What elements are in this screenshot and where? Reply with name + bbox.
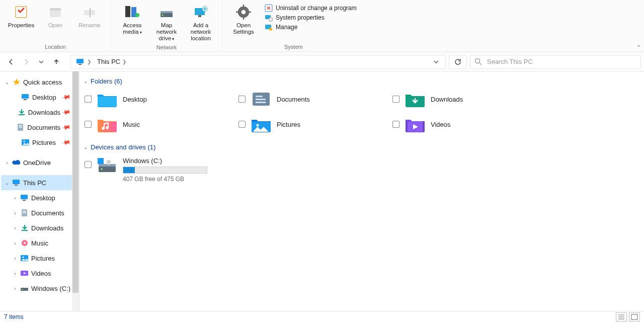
sidebar-item-pc-documents[interactable]: ›Documents <box>1 205 78 220</box>
folder-item-downloads[interactable]: Downloads <box>392 89 543 109</box>
svg-point-15 <box>242 10 246 15</box>
ribbon-group-location: Properties Open Rename Location <box>0 0 111 52</box>
refresh-button[interactable] <box>449 55 467 69</box>
folder-item-desktop[interactable]: Desktop <box>85 89 235 109</box>
recent-locations-button[interactable] <box>35 56 47 68</box>
breadcrumb-current[interactable]: This PC ❯ <box>95 58 128 65</box>
folders-group-label: Folders (6) <box>91 77 122 85</box>
svg-rect-38 <box>21 195 28 199</box>
details-view-button[interactable] <box>616 312 627 321</box>
sidebar-scrollbar[interactable] <box>72 71 79 311</box>
add-location-button[interactable]: Add a network location <box>185 2 217 44</box>
svg-point-65 <box>101 168 103 170</box>
folder-label: Videos <box>431 121 451 128</box>
folder-item-documents[interactable]: Documents <box>238 89 389 109</box>
drive-icon <box>97 157 118 174</box>
sidebar-item-label: OneDrive <box>23 159 51 167</box>
chevron-right-icon: ❯ <box>87 59 91 64</box>
forward-button[interactable] <box>20 56 32 68</box>
svg-point-59 <box>257 124 259 127</box>
map-drive-button[interactable]: Map network drive▾ <box>150 2 183 44</box>
desktop-icon <box>21 93 30 102</box>
access-media-label: Access media▾ <box>117 22 147 35</box>
properties-label: Properties <box>8 22 34 29</box>
svg-rect-12 <box>198 15 201 17</box>
sidebar-item-pc-desktop[interactable]: ›Desktop <box>1 190 78 205</box>
up-button[interactable] <box>50 56 62 68</box>
tiles-view-button[interactable] <box>629 312 640 321</box>
svg-rect-2 <box>50 8 61 11</box>
sidebar-item-pc-music[interactable]: ›Music <box>1 235 78 251</box>
sidebar-item-qa-documents[interactable]: Documents📌 <box>1 120 78 135</box>
drives-group-header[interactable]: ⌄ Devices and drives (1) <box>82 141 640 155</box>
open-button[interactable]: Open <box>39 2 71 44</box>
properties-button[interactable]: Properties <box>5 2 37 44</box>
drive-usage-bar <box>123 167 207 174</box>
sidebar-item-pc-cdrive[interactable]: ›Windows (C:) <box>1 281 78 296</box>
svg-point-27 <box>475 59 480 63</box>
folder-item-music[interactable]: Music <box>85 114 235 134</box>
sidebar-item-qa-downloads[interactable]: Downloads📌 <box>1 105 78 120</box>
checkbox[interactable] <box>392 96 399 103</box>
search-box[interactable] <box>470 55 641 69</box>
svg-rect-41 <box>23 211 26 212</box>
collapse-ribbon-button[interactable]: ⌃ <box>636 44 641 51</box>
sidebar-item-label: Downloads <box>31 224 63 232</box>
checkbox[interactable] <box>238 121 246 128</box>
sidebar-item-qa-pictures[interactable]: Pictures📌 <box>1 135 78 150</box>
downloads-folder-icon <box>405 91 426 108</box>
checkbox[interactable] <box>238 96 246 103</box>
expand-icon[interactable]: ⌄ <box>4 180 10 186</box>
folder-label: Downloads <box>431 96 463 103</box>
sidebar-item-pc-pictures[interactable]: ›Pictures <box>1 251 78 266</box>
rename-label: Rename <box>78 22 100 29</box>
expand-icon[interactable]: › <box>12 286 18 291</box>
this-pc-icon <box>76 58 85 66</box>
svg-point-24 <box>269 28 272 31</box>
expand-icon[interactable]: › <box>12 195 18 201</box>
sidebar-item-onedrive[interactable]: ›OneDrive <box>1 155 78 170</box>
folder-item-pictures[interactable]: Pictures <box>238 114 389 134</box>
checkbox[interactable] <box>85 96 92 103</box>
sidebar-item-pc-videos[interactable]: ›Videos <box>1 266 78 281</box>
expand-icon[interactable]: › <box>12 225 18 231</box>
manage-button[interactable]: Manage <box>265 23 357 31</box>
sidebar-item-this-pc[interactable]: ⌄This PC <box>1 175 78 190</box>
checkbox[interactable] <box>85 121 92 128</box>
svg-point-50 <box>22 289 23 290</box>
back-button[interactable] <box>5 56 17 68</box>
folder-label: Pictures <box>277 121 300 128</box>
rename-button[interactable]: Rename <box>73 2 106 44</box>
system-properties-button[interactable]: System properties <box>265 14 357 22</box>
sidebar-item-pc-downloads[interactable]: ›Downloads <box>1 220 78 235</box>
breadcrumb-root[interactable]: ❯ <box>74 58 93 66</box>
expand-icon[interactable]: › <box>4 160 10 166</box>
uninstall-program-button[interactable]: Uninstall or change a program <box>265 4 357 12</box>
svg-rect-43 <box>22 230 28 231</box>
access-media-button[interactable]: Access media▾ <box>116 2 148 44</box>
checkbox[interactable] <box>392 121 399 128</box>
folders-group-header[interactable]: ⌄ Folders (6) <box>82 75 640 89</box>
pin-icon: 📌 <box>61 122 71 132</box>
drive-item-c[interactable]: Windows (C:)407 GB free of 475 GB <box>82 155 640 183</box>
refresh-icon <box>454 58 462 66</box>
music-icon <box>20 238 29 248</box>
drive-free-text: 407 GB free of 475 GB <box>123 176 207 183</box>
expand-icon[interactable]: › <box>12 210 18 216</box>
videos-folder-icon <box>405 116 426 133</box>
sidebar-item-label: Desktop <box>32 94 56 101</box>
address-history-button[interactable] <box>430 59 442 65</box>
ribbon-group-location-label: Location <box>45 44 66 51</box>
folder-item-videos[interactable]: Videos <box>392 114 543 134</box>
sidebar-item-quick-access[interactable]: ⌄Quick access <box>1 74 78 90</box>
open-settings-button[interactable]: Open Settings <box>227 2 260 44</box>
address-bar[interactable]: ❯ This PC ❯ <box>70 55 446 69</box>
search-input[interactable] <box>486 57 636 66</box>
expand-icon[interactable]: › <box>12 256 18 261</box>
expand-icon[interactable]: ⌄ <box>4 79 10 85</box>
checkbox[interactable] <box>85 161 92 168</box>
video-icon <box>20 269 29 278</box>
sidebar-item-qa-desktop[interactable]: Desktop📌 <box>1 90 78 105</box>
expand-icon[interactable]: › <box>12 240 18 246</box>
expand-icon[interactable]: › <box>12 271 18 276</box>
